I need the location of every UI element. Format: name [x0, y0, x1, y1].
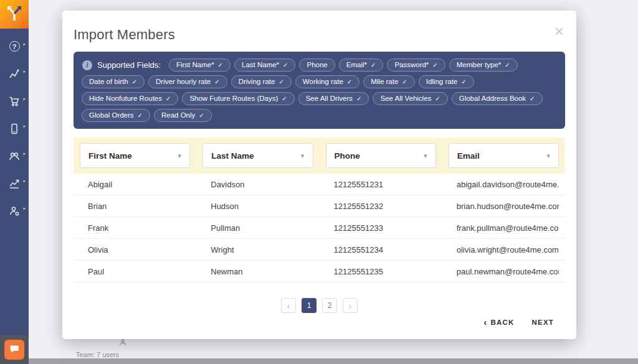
next-button[interactable]: NEXT — [532, 319, 554, 326]
sidebar-item-routes[interactable]: ▸ — [0, 68, 29, 81]
check-icon: ✓ — [371, 62, 376, 68]
help-glyph: ? — [12, 43, 17, 50]
chip-label: See All Drivers — [306, 95, 353, 102]
modal-title: Import Members — [74, 27, 565, 43]
supported-field-chip[interactable]: Working rate ✓ — [295, 75, 359, 88]
column-select-first-name[interactable]: First Name ▾ — [80, 143, 190, 168]
sidebar-item-orders[interactable]: ▸ — [0, 96, 29, 108]
check-icon: ✓ — [530, 95, 535, 102]
supported-field-chip[interactable]: Idling rate ✓ — [419, 75, 474, 88]
chip-label: Show Future Routes (Days) — [189, 95, 278, 102]
info-glyph: i — [87, 62, 88, 68]
chip-label: Driver hourly rate — [156, 78, 211, 85]
check-icon: ✓ — [214, 78, 219, 85]
sidebar-item-users[interactable]: ▸ — [0, 205, 29, 218]
sidebar-item-help[interactable]: ? ▸ — [0, 41, 29, 54]
check-icon: ✓ — [356, 95, 361, 102]
check-icon: ✓ — [432, 62, 437, 68]
check-icon: ✓ — [132, 78, 137, 85]
cell-email: abigail.davidson@route4me.com — [449, 180, 559, 189]
supported-field-chip[interactable]: Hide Nonfuture Routes ✓ — [82, 92, 178, 105]
chevron-down-icon: ▾ — [169, 144, 189, 167]
check-icon: ✓ — [199, 112, 204, 119]
user-settings-icon — [9, 205, 20, 218]
chevron-left-icon: ‹ — [484, 318, 488, 327]
supported-field-chip[interactable]: Mile rate ✓ — [363, 75, 415, 88]
supported-field-chip[interactable]: Last Name* ✓ — [234, 58, 295, 72]
chevron-right-icon: ▸ — [23, 69, 26, 73]
back-button[interactable]: ‹ BACK — [484, 318, 515, 327]
chevron-right-icon: ▸ — [23, 96, 26, 101]
chevron-right-icon: ▸ — [23, 42, 26, 46]
supported-field-chip[interactable]: See All Vehicles ✓ — [373, 92, 447, 105]
sidebar-item-analytics[interactable]: ▸ — [0, 178, 29, 190]
chip-label: See All Vehicles — [380, 95, 431, 102]
pagination-page-2[interactable]: 2 — [322, 298, 337, 313]
route4me-logo-icon — [4, 3, 24, 26]
cell-first-name: Abigail — [80, 180, 190, 189]
chevron-down-icon: ▾ — [538, 144, 558, 167]
select-value: Phone — [335, 151, 360, 161]
cell-first-name: Paul — [80, 267, 190, 276]
select-value: First Name — [88, 151, 132, 161]
cart-icon — [9, 96, 20, 108]
chat-button[interactable] — [4, 340, 24, 360]
sidebar: ? ▸ ▸ ▸ ▸ — [0, 0, 29, 364]
cell-last-name: Hudson — [202, 202, 313, 211]
pagination-page-1[interactable]: 1 — [302, 298, 317, 313]
members-table-body: Abigail Davidson 12125551231 abigail.dav… — [74, 174, 565, 282]
check-icon: ✓ — [218, 62, 223, 68]
sidebar-item-devices[interactable]: ▸ — [0, 123, 29, 136]
chip-label: First Name* — [176, 61, 214, 68]
supported-field-chip[interactable]: Date of birth ✓ — [82, 75, 145, 88]
supported-fields-label: Supported Fields: — [97, 60, 161, 70]
supported-field-chip[interactable]: Driving rate ✓ — [231, 75, 292, 88]
column-select-last-name[interactable]: Last Name ▾ — [202, 143, 313, 168]
chat-bubble-icon — [9, 343, 20, 357]
supported-field-chip[interactable]: Member type* ✓ — [449, 58, 518, 72]
mobile-device-icon — [9, 123, 20, 136]
check-icon: ✓ — [461, 78, 466, 85]
table-row[interactable]: Paul Newman 12125551235 paul.newman@rout… — [74, 261, 565, 282]
table-row[interactable]: Frank Pullman 12125551233 frank.pullman@… — [74, 217, 565, 239]
supported-fields-panel: i Supported Fields: First Name* ✓ Last N… — [74, 52, 565, 129]
chip-label: Last Name* — [242, 61, 279, 68]
table-row[interactable]: Abigail Davidson 12125551231 abigail.dav… — [74, 174, 565, 195]
cell-first-name: Brian — [80, 202, 190, 211]
table-row[interactable]: Brian Hudson 12125551232 brian.hudson@ro… — [74, 195, 565, 217]
pagination-prev-button[interactable]: ‹ — [281, 298, 296, 313]
close-icon[interactable]: × — [555, 23, 564, 39]
cell-phone: 12125551235 — [326, 267, 436, 276]
check-icon: ✓ — [283, 62, 288, 68]
supported-field-chip[interactable]: Global Orders ✓ — [82, 109, 150, 122]
cell-phone: 12125551231 — [326, 180, 436, 189]
cell-phone: 12125551233 — [326, 223, 436, 233]
column-select-phone[interactable]: Phone ▾ — [326, 143, 436, 168]
chip-label: Global Orders — [89, 111, 134, 119]
supported-field-chip[interactable]: See All Drivers ✓ — [298, 92, 369, 105]
app-logo[interactable] — [0, 0, 29, 29]
check-icon: ✓ — [166, 95, 171, 102]
supported-field-chip[interactable]: Read Only ✓ — [154, 109, 212, 122]
supported-field-chip[interactable]: Driver hourly rate ✓ — [148, 75, 227, 88]
cell-email: paul.newman@route4me.com — [449, 267, 559, 276]
supported-field-chip[interactable]: Global Address Book ✓ — [452, 92, 543, 105]
supported-field-chip[interactable]: Show Future Routes (Days) ✓ — [182, 92, 294, 105]
cell-last-name: Pullman — [202, 223, 313, 233]
supported-field-chip[interactable]: Phone — [299, 58, 335, 72]
column-select-email[interactable]: Email ▾ — [449, 143, 559, 168]
supported-field-chip[interactable]: Email* ✓ — [339, 58, 384, 72]
select-value: Last Name — [211, 151, 254, 161]
chart-icon — [9, 178, 20, 190]
pagination-next-button[interactable]: › — [343, 298, 358, 313]
supported-fields-label-group: i Supported Fields: — [82, 60, 161, 70]
supported-field-chip[interactable]: First Name* ✓ — [169, 58, 231, 72]
chip-label: Hide Nonfuture Routes — [89, 95, 162, 102]
table-row[interactable]: Olivia Wright 12125551234 olivia.wright@… — [74, 239, 565, 261]
cell-first-name: Olivia — [80, 245, 190, 254]
supported-field-chip[interactable]: Password* ✓ — [387, 58, 445, 72]
chip-label: Phone — [307, 61, 327, 68]
sidebar-item-team[interactable]: ▸ — [0, 151, 29, 163]
cell-email: olivia.wright@route4me.com — [449, 245, 559, 254]
cell-first-name: Frank — [80, 223, 190, 233]
